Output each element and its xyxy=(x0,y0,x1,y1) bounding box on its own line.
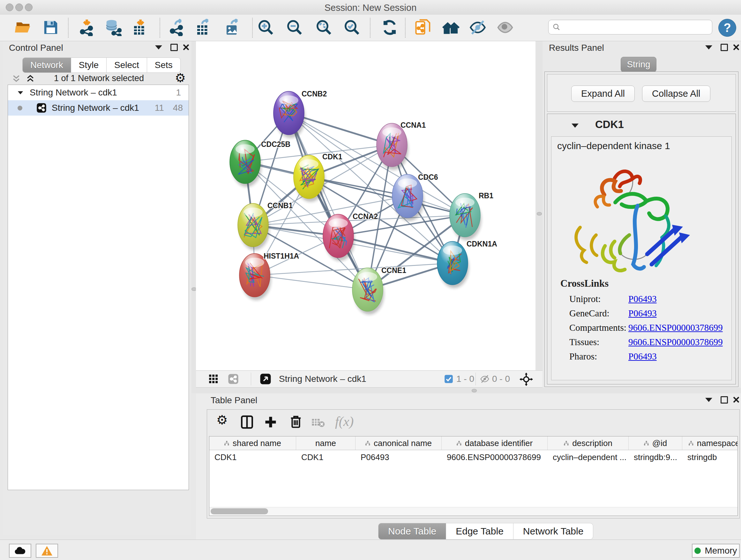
open-session-icon[interactable] xyxy=(14,19,31,36)
warning-icon xyxy=(42,546,52,556)
search-input[interactable] xyxy=(561,22,702,33)
results-panel-close-icon[interactable] xyxy=(733,44,740,51)
selected-checkbox-icon[interactable] xyxy=(444,374,453,383)
export-image-icon[interactable] xyxy=(224,19,241,36)
network-node-CDK1[interactable]: CDK1 xyxy=(293,152,342,202)
crosslink-link[interactable]: P06493 xyxy=(628,294,657,304)
column-header-shared-name[interactable]: shared name xyxy=(209,436,296,450)
network-node-CDC6[interactable]: CDC6 xyxy=(392,173,438,221)
cloud-button[interactable] xyxy=(9,544,31,558)
memory-button[interactable]: Memory xyxy=(692,544,740,558)
network-edge-CCNB2-CCNE1[interactable] xyxy=(289,113,367,290)
control-panel-menu-icon[interactable] xyxy=(155,45,162,50)
import-network-from-database-icon[interactable] xyxy=(105,19,122,36)
expand-all-button[interactable]: Expand All xyxy=(571,85,635,102)
duplicate-network-icon[interactable] xyxy=(414,19,432,36)
horizontal-splitter[interactable] xyxy=(192,388,741,393)
save-session-icon[interactable] xyxy=(42,19,59,36)
column-header-canonical-name[interactable]: canonical name xyxy=(355,436,442,450)
add-column-icon[interactable] xyxy=(264,415,278,429)
hide-selected-icon[interactable] xyxy=(469,19,486,36)
refresh-icon[interactable] xyxy=(381,19,398,36)
crosslink-link[interactable]: P06493 xyxy=(628,351,657,362)
selected-count: 1 - 0 xyxy=(456,374,474,384)
protein-name: CDK1 xyxy=(595,118,624,131)
network-node-CDKN1A[interactable]: CDKN1A xyxy=(437,240,497,288)
tab-sets[interactable]: Sets xyxy=(147,57,181,73)
open-in-window-icon[interactable] xyxy=(260,373,271,385)
show-all-icon[interactable] xyxy=(496,19,514,36)
crosslink-link[interactable]: P06493 xyxy=(628,308,657,319)
network-collection-row[interactable]: String Network – cdk1 1 xyxy=(8,85,189,100)
network-graph: CCNB2CCNA1CDC25BCDK1CDC6RB1CCNB1CCNA2CDK… xyxy=(196,41,536,370)
fit-center-icon[interactable] xyxy=(520,373,533,386)
show-columns-icon[interactable] xyxy=(240,415,254,429)
horizontal-scrollbar[interactable] xyxy=(209,507,738,516)
table-panel-close-icon[interactable] xyxy=(733,396,740,403)
horizontal-splitter-handle[interactable] xyxy=(472,389,477,392)
network-node-CDC25B[interactable]: CDC25B xyxy=(230,140,290,187)
network-node-CCNA1[interactable]: CCNA1 xyxy=(377,121,426,170)
right-splitter-handle[interactable] xyxy=(537,212,542,215)
crosslink-link[interactable]: 9606.ENSP00000378699 xyxy=(628,322,723,333)
network-node-CCNA2[interactable]: CCNA2 xyxy=(323,212,378,261)
scrollbar-thumb[interactable] xyxy=(211,508,268,514)
network-node-CCNE1[interactable]: CCNE1 xyxy=(352,266,406,314)
tree-expand-icon[interactable] xyxy=(18,91,23,94)
control-panel-close-icon[interactable] xyxy=(183,44,190,51)
search-box[interactable] xyxy=(548,20,712,35)
table-row[interactable]: CDK1CDK1P064939606.ENSP00000378699cyclin… xyxy=(209,450,738,465)
column-header-namespace[interactable]: namespace xyxy=(682,436,738,450)
table-panel-menu-icon[interactable] xyxy=(705,398,712,402)
network-edge-CCNA2-CDKN1A[interactable] xyxy=(338,236,453,263)
table-panel-float-icon[interactable] xyxy=(721,396,728,403)
zoom-selected-icon[interactable] xyxy=(343,19,360,36)
expand-all-tree-icon[interactable] xyxy=(25,74,35,84)
collection-label: String Network – cdk1 xyxy=(30,87,117,98)
network-canvas[interactable]: CCNB2CCNA1CDC25BCDK1CDC6RB1CCNB1CCNA2CDK… xyxy=(196,41,536,370)
left-splitter[interactable] xyxy=(192,41,196,393)
network-node-RB1[interactable]: RB1 xyxy=(450,192,493,240)
results-panel-float-icon[interactable] xyxy=(721,44,728,51)
tab-network[interactable]: Network xyxy=(22,57,71,73)
navbar-separator xyxy=(475,373,476,385)
network-label: String Network – cdk1 xyxy=(52,103,139,113)
import-table-icon[interactable] xyxy=(131,19,148,36)
network-row-selected[interactable]: String Network – cdk1 11 48 xyxy=(8,100,189,116)
network-options-gear-icon[interactable]: ⚙ xyxy=(175,71,186,85)
delete-column-icon[interactable] xyxy=(288,415,303,429)
tab-edge-table[interactable]: Edge Table xyxy=(446,523,514,540)
column-header-label: namespace xyxy=(697,438,738,448)
tab-style[interactable]: Style xyxy=(71,57,107,73)
network-share-icon[interactable] xyxy=(228,374,239,384)
tab-network-table[interactable]: Network Table xyxy=(514,523,594,540)
collapse-all-tree-icon[interactable] xyxy=(11,74,21,84)
export-network-icon[interactable] xyxy=(168,19,185,36)
column-header-database-identifier[interactable]: database identifier xyxy=(442,436,548,450)
control-panel-float-icon[interactable] xyxy=(171,44,178,51)
zoom-out-icon[interactable] xyxy=(286,19,303,36)
home-networks-icon[interactable] xyxy=(442,19,460,36)
protein-collapse-icon[interactable] xyxy=(571,124,579,128)
results-panel-menu-icon[interactable] xyxy=(705,45,712,50)
network-node-HIST1H1A[interactable]: HIST1H1A xyxy=(239,252,299,300)
import-network-icon[interactable] xyxy=(78,19,95,36)
column-header-name[interactable]: name xyxy=(296,436,355,450)
birds-eye-view-icon[interactable] xyxy=(209,374,218,384)
network-edge-HIST1H1A-CCNE1[interactable] xyxy=(255,275,367,290)
toolbar-separator xyxy=(68,18,69,38)
help-button[interactable]: ? xyxy=(718,19,736,37)
tab-node-table[interactable]: Node Table xyxy=(378,523,446,540)
column-header--id[interactable]: @id xyxy=(629,436,682,450)
zoom-fit-icon[interactable] xyxy=(315,19,333,36)
warning-button[interactable] xyxy=(36,544,58,558)
export-table-icon[interactable] xyxy=(194,19,212,36)
tab-string[interactable]: String xyxy=(621,57,657,72)
right-splitter[interactable] xyxy=(536,41,542,393)
tab-select[interactable]: Select xyxy=(107,57,147,73)
column-header-description[interactable]: description xyxy=(548,436,629,450)
zoom-in-icon[interactable] xyxy=(257,19,274,36)
table-gear-icon[interactable]: ⚙ xyxy=(216,413,228,427)
crosslink-link[interactable]: 9606.ENSP00000378699 xyxy=(628,337,723,348)
collapse-all-button[interactable]: Collapse All xyxy=(642,85,711,102)
